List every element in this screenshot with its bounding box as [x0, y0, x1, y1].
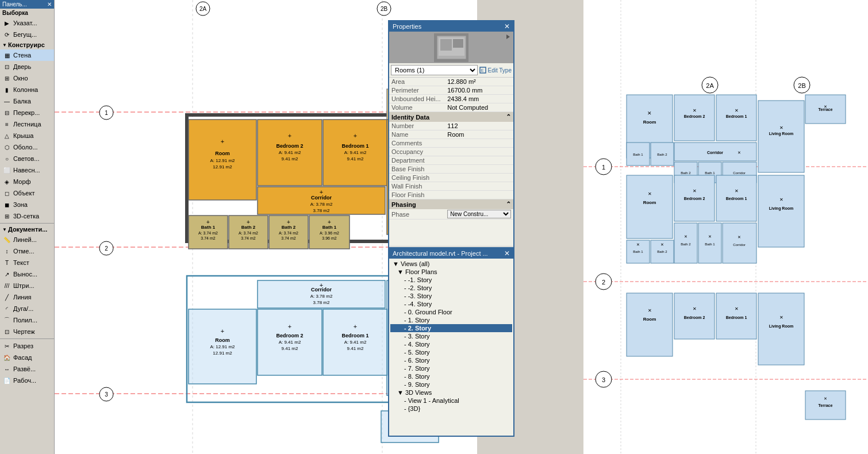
- panel-item-balka[interactable]: — Балка: [0, 95, 54, 107]
- properties-preview-arrow[interactable]: [504, 33, 512, 42]
- svg-text:✕: ✕: [824, 105, 827, 109]
- panel-item-lestnica[interactable]: ≡ Лестница: [0, 118, 54, 130]
- proj-story-2-current[interactable]: - 2. Story: [390, 324, 512, 332]
- panel-item-razrez[interactable]: ✂ Разрез: [0, 340, 54, 352]
- proj-story-m2[interactable]: - -2. Story: [390, 284, 512, 292]
- panel-item-stena[interactable]: ▦ Стена: [0, 49, 54, 61]
- panel-item-fasad[interactable]: 🏠 Фасад: [0, 352, 54, 363]
- proj-item-3dviews[interactable]: ▼ 3D Views: [390, 388, 512, 397]
- panel-item-chertezh[interactable]: ⊡ Чертеж: [0, 326, 54, 337]
- proj-story-8[interactable]: - 8. Story: [390, 372, 512, 380]
- svg-text:2B: 2B: [381, 6, 388, 12]
- identity-section-header[interactable]: Identity Data ⌃: [389, 112, 513, 122]
- panel-item-shtri[interactable]: /// Штри...: [0, 280, 54, 291]
- panel-item-raboch[interactable]: 📄 Рабоч...: [0, 375, 54, 386]
- svg-text:Bedroom 1: Bedroom 1: [726, 114, 747, 118]
- svg-text:Bedroom 2: Bedroom 2: [684, 316, 705, 320]
- panel-item-kolonna-label: Колонна: [13, 86, 38, 93]
- svg-text:3.78 m2: 3.78 m2: [313, 300, 330, 305]
- svg-text:12.91 m2: 12.91 m2: [213, 164, 232, 170]
- panel-item-liniya[interactable]: ╱ Линия: [0, 291, 54, 303]
- panel-item-perekr-label: Перекр...: [13, 109, 40, 116]
- svg-rect-116: [758, 101, 804, 172]
- panel-item-otme[interactable]: ↕ Отме...: [0, 245, 54, 257]
- proj-story-5[interactable]: - 5. Story: [390, 348, 512, 356]
- panel-close-button[interactable]: ✕: [47, 1, 52, 7]
- panel-item-obolo[interactable]: ⬡ Оболо...: [0, 141, 54, 153]
- proj-story-6[interactable]: - 6. Story: [390, 356, 512, 364]
- project-close-button[interactable]: ✕: [504, 249, 510, 257]
- panel-category-doc[interactable]: ▼ Документи...: [0, 225, 54, 234]
- panel-item-okno[interactable]: ⊞ Окно: [0, 72, 54, 84]
- proj-view-3d[interactable]: - {3D}: [390, 405, 512, 413]
- panel-category-construction[interactable]: ▼ Конструирс: [0, 40, 54, 49]
- panel-item-3dseta-label: 3D-сетка: [13, 213, 39, 220]
- 3d-label: {3D}: [408, 405, 420, 412]
- identity-collapse-icon: ⌃: [506, 113, 511, 121]
- main-area: 2A 2B 1 2 3 Room A: 12.91 m2 12.91 m2 +: [55, 0, 868, 454]
- prop-row-floor-finish: Floor Finish: [389, 191, 513, 199]
- svg-text:2: 2: [602, 279, 605, 286]
- panel-item-beg[interactable]: ⟳ Бегущ...: [0, 29, 54, 40]
- proj-story-m3[interactable]: - -3. Story: [390, 292, 512, 300]
- edit-type-button[interactable]: E Edit Type: [479, 67, 512, 74]
- story-m4-label: -4. Story: [408, 301, 432, 307]
- panel-item-liney[interactable]: 📏 Линей...: [0, 234, 54, 245]
- panel-item-polil[interactable]: ⌒ Полил...: [0, 314, 54, 326]
- svg-text:9.41 m2: 9.41 m2: [347, 346, 364, 351]
- svg-text:+: +: [288, 132, 291, 139]
- panel-item-ukazat[interactable]: ▶ Указат...: [0, 17, 54, 29]
- prop-value-floor-finish: [445, 191, 513, 199]
- prop-label-phase: Phase: [389, 209, 445, 220]
- svg-text:2B: 2B: [798, 82, 805, 89]
- callout-icon: ↗: [2, 270, 11, 279]
- panel-item-text[interactable]: T Текст: [0, 257, 54, 268]
- prop-row-volume: Volume Not Computed: [389, 103, 513, 112]
- panel-item-svetov-label: Светов...: [13, 155, 39, 162]
- proj-view-analytical[interactable]: - View 1 - Analytical: [390, 397, 512, 405]
- proj-story-1[interactable]: - 1. Story: [390, 316, 512, 324]
- proj-story-4[interactable]: - 4. Story: [390, 340, 512, 348]
- panel-item-3dseta[interactable]: ⊞ 3D-сетка: [0, 210, 54, 222]
- svg-text:✕: ✕: [735, 306, 739, 311]
- 3d-icon: -: [404, 405, 406, 412]
- panel-item-morf[interactable]: ◈ Морф: [0, 176, 54, 187]
- panel-item-perekr[interactable]: ⊟ Перекр...: [0, 107, 54, 118]
- beam-icon: —: [2, 97, 11, 106]
- proj-item-views-all[interactable]: ▼ Views (all): [390, 260, 512, 268]
- story-2-icon: -: [404, 325, 406, 332]
- story-2-label: 2. Story: [408, 325, 431, 332]
- panel-item-krysha[interactable]: △ Крыша: [0, 130, 54, 141]
- panel-item-obolo-label: Оболо...: [13, 144, 38, 151]
- panel-item-razvyo[interactable]: ↔ Развё...: [0, 363, 54, 375]
- panel-item-ob[interactable]: ◻ Объект: [0, 187, 54, 199]
- phase-dropdown[interactable]: New Constru...: [447, 210, 511, 218]
- proj-story-m1[interactable]: - -1. Story: [390, 276, 512, 284]
- proj-story-3[interactable]: - 3. Story: [390, 332, 512, 340]
- panel-item-svetov[interactable]: ○ Светов...: [0, 153, 54, 164]
- proj-story-0[interactable]: - 0. Ground Floor: [390, 308, 512, 316]
- panel-item-zona[interactable]: ◼ Зона: [0, 199, 54, 210]
- panel-item-dver[interactable]: ⊡ Дверь: [0, 61, 54, 72]
- phasing-section-header[interactable]: Phasing ⌃: [389, 199, 513, 209]
- proj-story-7[interactable]: - 7. Story: [390, 364, 512, 372]
- svg-text:✕: ✕: [779, 125, 783, 130]
- properties-type-dropdown[interactable]: Rooms (1): [391, 65, 478, 75]
- proj-story-9[interactable]: - 9. Story: [390, 380, 512, 388]
- panel-item-vynos[interactable]: ↗ Вынос...: [0, 268, 54, 280]
- proj-story-m4[interactable]: - -4. Story: [390, 300, 512, 308]
- svg-text:E: E: [481, 68, 484, 72]
- properties-close-button[interactable]: ✕: [504, 22, 510, 30]
- panel-item-navesn[interactable]: ⬜ Навесн...: [0, 164, 54, 176]
- elevation-icon: 🏠: [2, 353, 11, 362]
- svg-text:A: 3.74 m2: A: 3.74 m2: [279, 231, 298, 235]
- panel-item-kolonna[interactable]: ▮ Колонна: [0, 84, 54, 95]
- panel-category-construction-label: Конструирс: [8, 41, 45, 48]
- svg-text:+: +: [354, 323, 357, 330]
- elev-icon: ↕: [2, 247, 11, 256]
- panel-item-duga[interactable]: ◜ Дуга/...: [0, 303, 54, 314]
- story-1-label: 1. Story: [408, 317, 430, 324]
- svg-text:3.74 m2: 3.74 m2: [201, 236, 215, 240]
- story-m3-label: -3. Story: [408, 293, 432, 299]
- proj-item-floor-plans[interactable]: ▼ Floor Plans: [390, 268, 512, 276]
